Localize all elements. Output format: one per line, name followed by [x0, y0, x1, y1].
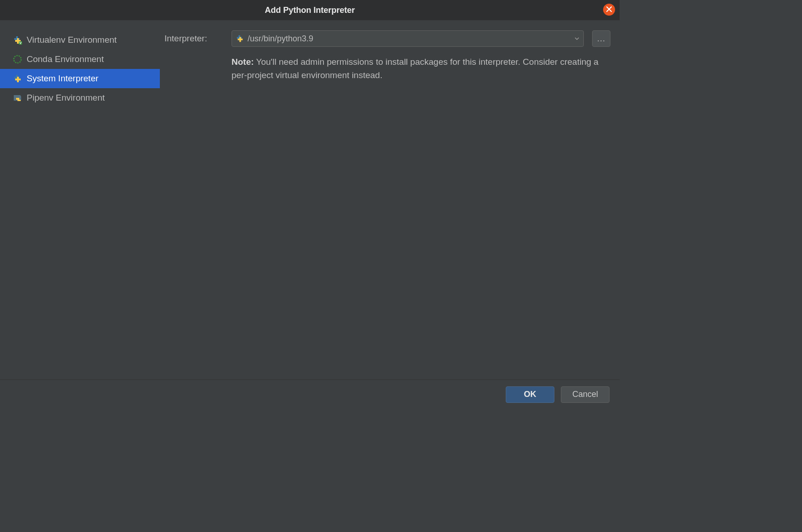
sidebar: V Virtualenv Environment Conda Environme… [0, 20, 160, 379]
dialog-content: V Virtualenv Environment Conda Environme… [0, 20, 620, 379]
interpreter-combobox[interactable]: /usr/bin/python3.9 [232, 30, 584, 47]
sidebar-item-label: Pipenv Environment [27, 93, 105, 103]
close-button[interactable] [603, 4, 615, 16]
sidebar-item-virtualenv[interactable]: V Virtualenv Environment [0, 30, 160, 50]
note-label: Note: [232, 57, 254, 67]
python-icon [236, 34, 244, 43]
main-panel: Interpreter: /usr/bin/python3.9 ... [160, 20, 620, 379]
python-icon [13, 74, 22, 83]
sidebar-item-system-interpreter[interactable]: System Interpreter [0, 69, 160, 88]
svg-point-2 [14, 56, 21, 63]
sidebar-item-label: System Interpreter [27, 74, 98, 84]
close-icon [606, 5, 612, 14]
titlebar: Add Python Interpreter [0, 0, 620, 20]
interpreter-label: Interpreter: [164, 34, 223, 44]
pipenv-icon [13, 93, 22, 102]
svg-text:V: V [19, 41, 22, 45]
sidebar-item-label: Conda Environment [27, 54, 104, 64]
cancel-button-label: Cancel [572, 390, 598, 399]
dialog-window: Add Python Interpreter V Virtualenv Envi… [0, 0, 620, 409]
interpreter-row: Interpreter: /usr/bin/python3.9 ... [164, 30, 610, 47]
window-title: Add Python Interpreter [265, 6, 355, 15]
conda-icon [13, 55, 22, 64]
ok-button[interactable]: OK [506, 386, 554, 403]
ellipsis-icon: ... [597, 34, 605, 44]
browse-button[interactable]: ... [592, 30, 610, 47]
ok-button-label: OK [524, 390, 537, 399]
sidebar-item-conda[interactable]: Conda Environment [0, 50, 160, 69]
interpreter-value: /usr/bin/python3.9 [248, 34, 313, 44]
note-text: Note: You'll need admin permissions to i… [164, 55, 610, 82]
python-venv-icon: V [13, 35, 22, 45]
chevron-down-icon [574, 34, 580, 44]
dialog-footer: OK Cancel [0, 379, 620, 409]
sidebar-item-label: Virtualenv Environment [27, 35, 117, 45]
sidebar-item-pipenv[interactable]: Pipenv Environment [0, 88, 160, 108]
cancel-button[interactable]: Cancel [561, 386, 610, 403]
note-body: You'll need admin permissions to install… [232, 57, 599, 80]
